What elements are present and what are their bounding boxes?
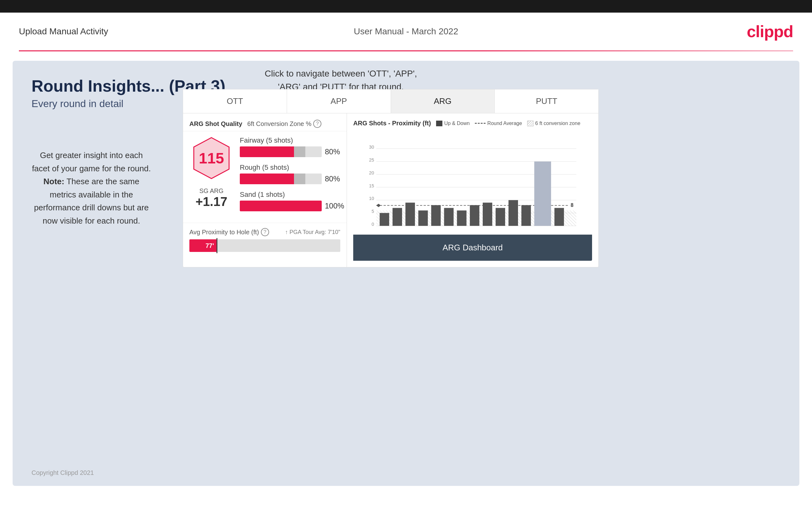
svg-text:0: 0 xyxy=(371,222,374,227)
svg-rect-25 xyxy=(393,208,402,226)
tab-putt[interactable]: PUTT xyxy=(495,90,598,113)
left-description: Get greater insight into each facet of y… xyxy=(32,149,151,228)
main-content: Round Insights... (Part 3) Every round i… xyxy=(13,61,799,486)
legend-updown: Up & Down xyxy=(436,121,470,126)
svg-rect-30 xyxy=(457,210,466,226)
tabs-container: OTT APP ARG PUTT xyxy=(183,90,598,113)
left-quality-panel: ARG Shot Quality 6ft Conversion Zone % ? xyxy=(183,113,347,267)
header-divider xyxy=(19,50,793,51)
hex-sg-section: 115 SG ARG +1.17 xyxy=(189,136,234,218)
bar-gray-fairway xyxy=(294,147,305,157)
top-bar xyxy=(0,0,812,13)
pct-sand: 100% xyxy=(325,202,344,210)
legend-conversion-label: 6 ft conversion zone xyxy=(535,121,580,126)
proximity-header: Avg Proximity to Hole (ft) ? ↑ PGA Tour … xyxy=(189,228,340,236)
clippd-logo: clippd xyxy=(747,22,793,41)
svg-rect-37 xyxy=(555,208,564,226)
shot-label-fairway: Fairway (5 shots) xyxy=(240,136,344,145)
help-icon[interactable]: ? xyxy=(313,120,321,128)
quality-inner: 115 SG ARG +1.17 Fairway (5 shots) xyxy=(183,131,347,223)
quality-label: ARG Shot Quality xyxy=(189,120,242,127)
tab-app[interactable]: APP xyxy=(287,90,391,113)
svg-text:25: 25 xyxy=(369,158,374,163)
doc-title: User Manual - March 2022 xyxy=(354,26,458,37)
legend-conversion: 6 ft conversion zone xyxy=(527,121,580,126)
proximity-cursor xyxy=(216,238,217,253)
legend: Up & Down Round Average 6 ft conversion … xyxy=(436,121,580,126)
upload-label: Upload Manual Activity xyxy=(19,26,108,37)
legend-hatched xyxy=(527,121,534,126)
sg-value: +1.17 xyxy=(195,194,227,209)
legend-square xyxy=(436,121,442,126)
left-desc-text: Get greater insight into each facet of y… xyxy=(32,151,151,173)
shot-row-fairway: Fairway (5 shots) 80% xyxy=(240,136,344,157)
legend-avg-label: Round Average xyxy=(488,121,522,126)
pct-fairway: 80% xyxy=(325,148,340,156)
bar-gray-rough xyxy=(294,173,305,184)
svg-marker-22 xyxy=(376,204,380,207)
proximity-bar: 77' xyxy=(189,239,340,252)
proximity-section: Avg Proximity to Hole (ft) ? ↑ PGA Tour … xyxy=(183,223,347,257)
arg-dashboard-button[interactable]: ARG Dashboard xyxy=(353,235,592,261)
bar-fill-fairway xyxy=(240,147,294,157)
note-label: Note: xyxy=(44,177,64,186)
pct-rough: 80% xyxy=(325,174,340,183)
sg-label: SG ARG xyxy=(195,187,227,194)
copyright: Copyright Clippd 2021 xyxy=(32,469,94,476)
conversion-label: 6ft Conversion Zone % ? xyxy=(247,120,321,128)
legend-avg: Round Average xyxy=(475,121,522,126)
pga-avg: ↑ PGA Tour Avg: 7'10" xyxy=(285,229,340,235)
svg-rect-34 xyxy=(509,200,518,226)
svg-text:15: 15 xyxy=(369,183,374,188)
shot-label-sand: Sand (1 shots) xyxy=(240,190,344,199)
svg-rect-35 xyxy=(521,205,531,226)
svg-text:10: 10 xyxy=(369,196,374,201)
svg-rect-24 xyxy=(380,213,389,226)
legend-updown-label: Up & Down xyxy=(444,121,470,126)
right-chart-panel: ARG Shots - Proximity (ft) Up & Down Rou… xyxy=(347,113,598,267)
proximity-help-icon[interactable]: ? xyxy=(261,228,269,236)
bar-fill-rough xyxy=(240,173,294,184)
sg-section: SG ARG +1.17 xyxy=(195,187,227,209)
chart-header: ARG Shots - Proximity (ft) Up & Down Rou… xyxy=(353,120,592,127)
bar-fill-sand xyxy=(240,201,322,211)
hex-badge: 115 xyxy=(193,136,230,180)
panel-body: ARG Shot Quality 6ft Conversion Zone % ? xyxy=(183,113,598,267)
panel-header: ARG Shot Quality 6ft Conversion Zone % ? xyxy=(183,113,347,131)
header: Upload Manual Activity User Manual - Mar… xyxy=(0,13,812,50)
svg-rect-31 xyxy=(470,205,479,226)
svg-rect-28 xyxy=(431,205,441,226)
svg-text:30: 30 xyxy=(369,145,374,150)
tab-ott[interactable]: OTT xyxy=(183,90,287,113)
svg-rect-36 xyxy=(535,162,551,226)
shot-row-sand: Sand (1 shots) 100% xyxy=(240,190,344,211)
svg-rect-32 xyxy=(483,203,492,226)
proximity-value: 77' xyxy=(205,242,214,249)
chart-area: 0 5 10 15 20 25 30 xyxy=(353,131,592,231)
shot-label-rough: Rough (5 shots) xyxy=(240,163,344,172)
tab-arg[interactable]: ARG xyxy=(391,90,495,113)
proximity-label: Avg Proximity to Hole (ft) ? xyxy=(189,228,269,236)
svg-rect-27 xyxy=(418,210,428,226)
shot-bars: Fairway (5 shots) 80% Rough ( xyxy=(240,136,344,218)
bar-chart: 0 5 10 15 20 25 30 xyxy=(353,131,592,231)
proximity-fill: 77' xyxy=(189,239,216,252)
chart-title: ARG Shots - Proximity (ft) xyxy=(353,120,431,127)
svg-text:8: 8 xyxy=(571,203,573,208)
svg-rect-33 xyxy=(496,208,505,226)
svg-text:5: 5 xyxy=(371,209,374,214)
hex-value: 115 xyxy=(199,150,224,167)
shot-row-rough: Rough (5 shots) 80% xyxy=(240,163,344,184)
svg-rect-29 xyxy=(444,208,453,226)
dashboard-panel: OTT APP ARG PUTT ARG Shot Quality 6ft Co… xyxy=(183,89,599,267)
legend-dashed xyxy=(475,123,486,124)
svg-text:20: 20 xyxy=(369,170,374,175)
svg-rect-26 xyxy=(406,203,415,226)
